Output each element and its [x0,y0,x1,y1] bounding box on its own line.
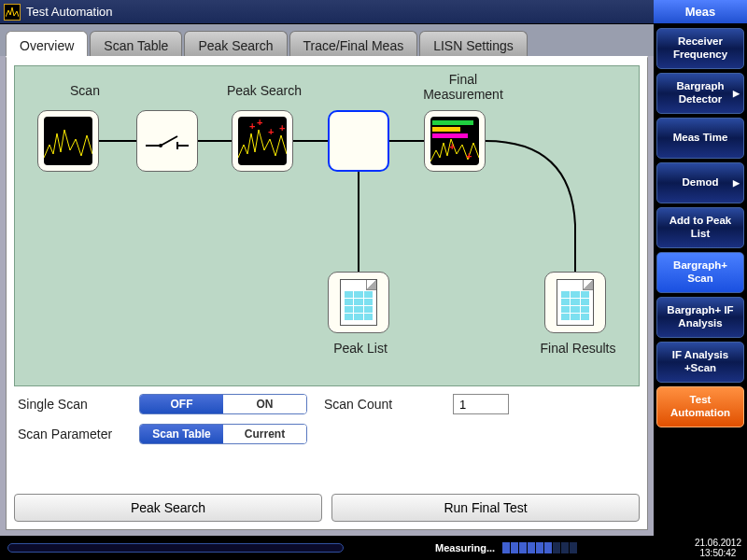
window-titlebar: Test Automation ✕ [0,0,747,24]
status-measuring: Measuring... [435,542,495,553]
svg-rect-16 [432,133,468,138]
main-panel: Overview Scan Table Peak Search Trace/Fi… [0,24,654,536]
node-selected-empty[interactable] [328,110,389,172]
tab-lisn-settings[interactable]: LISN Settings [419,31,528,56]
softkey-sidebar: Meas Receiver Frequency Bargraph Detecto… [654,0,747,536]
softkey-add-to-peak-list[interactable]: Add to Peak List [656,207,744,248]
node-peak-list[interactable] [328,272,389,333]
node-label-scan: Scan [48,83,122,98]
node-peak-search[interactable]: + + + + [232,110,293,172]
run-final-test-button[interactable]: Run Final Test [331,494,640,522]
scan-param-scan-table[interactable]: Scan Table [140,425,223,443]
softkey-meas-time[interactable]: Meas Time [656,118,744,159]
scan-count-label: Scan Count [324,397,445,412]
status-date: 21.06.2012 [695,538,741,548]
softkey-receiver-frequency[interactable]: Receiver Frequency [656,28,744,69]
final-meas-icon: + + [430,117,479,165]
status-time: 13:50:42 [695,548,741,558]
node-label-peak-search: Peak Search [213,83,316,98]
tab-peak-search[interactable]: Peak Search [184,31,287,56]
node-label-final-meas: Final Measurement [407,72,519,102]
single-scan-toggle[interactable]: OFF ON [139,394,307,414]
switch-icon [144,127,190,155]
single-scan-label: Single Scan [18,397,139,412]
single-scan-off[interactable]: OFF [140,395,223,413]
svg-text:+: + [268,126,274,137]
svg-text:+: + [449,141,455,152]
softkey-bargraph-detector[interactable]: Bargraph Detector▶ [656,73,744,114]
svg-text:+: + [257,117,262,128]
flow-connectors [15,66,639,385]
document-icon [557,279,594,326]
flow-diagram: Scan Peak Search Final Measurement [14,65,640,386]
window-title: Test Automation [26,5,723,19]
svg-rect-14 [432,120,473,125]
node-final-results[interactable] [544,272,606,333]
tab-overview[interactable]: Overview [6,31,88,56]
svg-line-7 [161,136,177,146]
node-scan[interactable] [37,110,99,172]
softkey-demod[interactable]: Demod▶ [656,162,744,203]
node-label-final-results: Final Results [527,341,629,356]
peak-search-icon: + + + + [238,117,287,165]
status-track [7,543,344,553]
node-label-peak-list: Peak List [314,341,407,356]
softkey-bargraph-scan[interactable]: Bargraph+ Scan [656,252,744,293]
softkey-bargraph-if-analysis[interactable]: Bargraph+ IF Analysis [656,297,744,338]
node-switch[interactable] [136,110,198,172]
tab-trace-final-meas[interactable]: Trace/Final Meas [289,31,418,56]
scan-parameter-label: Scan Parameter [18,427,139,441]
overview-tab-body: Scan Peak Search Final Measurement [6,56,648,530]
svg-text:+: + [466,150,472,161]
single-scan-on[interactable]: ON [223,395,306,413]
svg-rect-15 [432,127,460,132]
scan-count-input[interactable] [453,394,509,414]
chevron-right-icon: ▶ [733,89,740,99]
status-datetime: 21.06.2012 13:50:42 [695,538,741,558]
scan-waveform-icon [44,117,92,165]
softkey-if-analysis-scan[interactable]: IF Analysis +Scan [656,342,744,383]
tab-scan-table[interactable]: Scan Table [90,31,182,56]
node-final-measurement[interactable]: + + [424,110,486,172]
svg-text:+: + [279,122,285,133]
sidebar-header: Meas [654,0,747,24]
status-bar: Measuring... 21.06.2012 13:50:42 [0,536,747,560]
overview-controls: Single Scan OFF ON Scan Count Scan Param… [18,394,636,454]
app-icon [4,4,21,21]
softkey-test-automation[interactable]: Test Automation [656,386,744,427]
action-buttons: Peak Search Run Final Test [14,494,640,522]
peak-search-button[interactable]: Peak Search [14,494,322,522]
svg-text:+: + [249,120,255,132]
progress-indicator [502,542,577,553]
scan-param-current[interactable]: Current [223,425,306,443]
chevron-right-icon: ▶ [733,178,740,189]
document-icon [340,279,377,326]
scan-parameter-toggle[interactable]: Scan Table Current [139,424,307,444]
tab-bar: Overview Scan Table Peak Search Trace/Fi… [0,24,654,56]
